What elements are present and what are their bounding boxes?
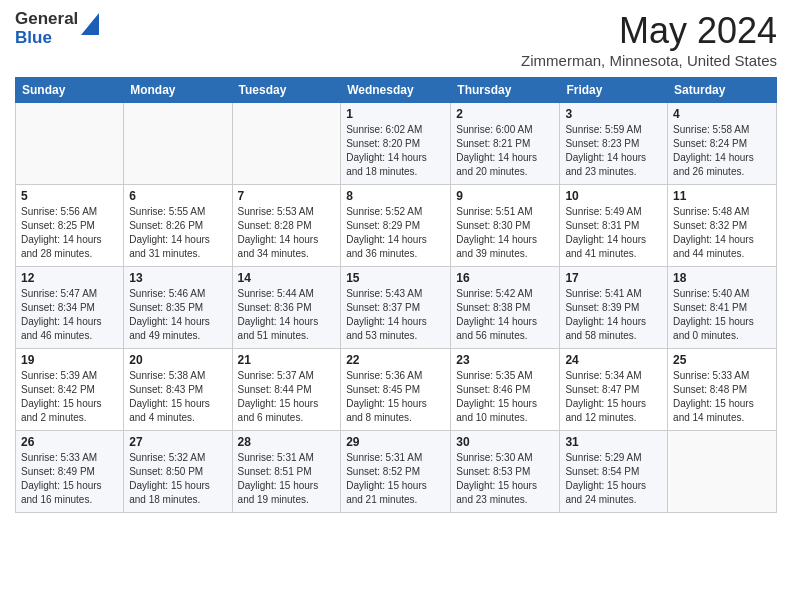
svg-marker-0: [81, 13, 99, 35]
calendar-cell: 20Sunrise: 5:38 AM Sunset: 8:43 PM Dayli…: [124, 349, 232, 431]
day-info: Sunrise: 5:53 AM Sunset: 8:28 PM Dayligh…: [238, 205, 336, 261]
day-number: 13: [129, 271, 226, 285]
day-info: Sunrise: 5:59 AM Sunset: 8:23 PM Dayligh…: [565, 123, 662, 179]
calendar-cell: 24Sunrise: 5:34 AM Sunset: 8:47 PM Dayli…: [560, 349, 668, 431]
calendar-cell: [232, 103, 341, 185]
calendar-cell: 19Sunrise: 5:39 AM Sunset: 8:42 PM Dayli…: [16, 349, 124, 431]
calendar-week-row: 12Sunrise: 5:47 AM Sunset: 8:34 PM Dayli…: [16, 267, 777, 349]
day-number: 11: [673, 189, 771, 203]
calendar-cell: 12Sunrise: 5:47 AM Sunset: 8:34 PM Dayli…: [16, 267, 124, 349]
calendar-header-row: Sunday Monday Tuesday Wednesday Thursday…: [16, 78, 777, 103]
calendar-cell: 30Sunrise: 5:30 AM Sunset: 8:53 PM Dayli…: [451, 431, 560, 513]
logo: General Blue: [15, 10, 99, 47]
day-number: 17: [565, 271, 662, 285]
calendar-cell: 22Sunrise: 5:36 AM Sunset: 8:45 PM Dayli…: [341, 349, 451, 431]
day-info: Sunrise: 5:34 AM Sunset: 8:47 PM Dayligh…: [565, 369, 662, 425]
day-number: 16: [456, 271, 554, 285]
calendar-cell: 25Sunrise: 5:33 AM Sunset: 8:48 PM Dayli…: [668, 349, 777, 431]
calendar-week-row: 19Sunrise: 5:39 AM Sunset: 8:42 PM Dayli…: [16, 349, 777, 431]
day-number: 5: [21, 189, 118, 203]
col-sunday: Sunday: [16, 78, 124, 103]
calendar-cell: 31Sunrise: 5:29 AM Sunset: 8:54 PM Dayli…: [560, 431, 668, 513]
day-number: 3: [565, 107, 662, 121]
calendar-cell: 10Sunrise: 5:49 AM Sunset: 8:31 PM Dayli…: [560, 185, 668, 267]
day-info: Sunrise: 6:02 AM Sunset: 8:20 PM Dayligh…: [346, 123, 445, 179]
calendar-cell: 13Sunrise: 5:46 AM Sunset: 8:35 PM Dayli…: [124, 267, 232, 349]
header: General Blue May 2024 Zimmerman, Minneso…: [15, 10, 777, 69]
day-info: Sunrise: 5:44 AM Sunset: 8:36 PM Dayligh…: [238, 287, 336, 343]
day-number: 8: [346, 189, 445, 203]
calendar-cell: 18Sunrise: 5:40 AM Sunset: 8:41 PM Dayli…: [668, 267, 777, 349]
calendar-cell: 3Sunrise: 5:59 AM Sunset: 8:23 PM Daylig…: [560, 103, 668, 185]
day-info: Sunrise: 6:00 AM Sunset: 8:21 PM Dayligh…: [456, 123, 554, 179]
logo-blue: Blue: [15, 29, 78, 48]
day-number: 14: [238, 271, 336, 285]
title-block: May 2024 Zimmerman, Minnesota, United St…: [521, 10, 777, 69]
day-number: 6: [129, 189, 226, 203]
calendar-cell: 11Sunrise: 5:48 AM Sunset: 8:32 PM Dayli…: [668, 185, 777, 267]
day-number: 7: [238, 189, 336, 203]
day-number: 4: [673, 107, 771, 121]
day-info: Sunrise: 5:56 AM Sunset: 8:25 PM Dayligh…: [21, 205, 118, 261]
month-title: May 2024: [521, 10, 777, 52]
calendar-cell: [668, 431, 777, 513]
calendar-cell: 26Sunrise: 5:33 AM Sunset: 8:49 PM Dayli…: [16, 431, 124, 513]
calendar-cell: 23Sunrise: 5:35 AM Sunset: 8:46 PM Dayli…: [451, 349, 560, 431]
day-info: Sunrise: 5:38 AM Sunset: 8:43 PM Dayligh…: [129, 369, 226, 425]
day-info: Sunrise: 5:47 AM Sunset: 8:34 PM Dayligh…: [21, 287, 118, 343]
day-number: 10: [565, 189, 662, 203]
day-number: 15: [346, 271, 445, 285]
calendar-cell: 17Sunrise: 5:41 AM Sunset: 8:39 PM Dayli…: [560, 267, 668, 349]
calendar-cell: 7Sunrise: 5:53 AM Sunset: 8:28 PM Daylig…: [232, 185, 341, 267]
day-number: 31: [565, 435, 662, 449]
calendar-cell: 6Sunrise: 5:55 AM Sunset: 8:26 PM Daylig…: [124, 185, 232, 267]
calendar-cell: 21Sunrise: 5:37 AM Sunset: 8:44 PM Dayli…: [232, 349, 341, 431]
page: General Blue May 2024 Zimmerman, Minneso…: [0, 0, 792, 612]
day-info: Sunrise: 5:33 AM Sunset: 8:48 PM Dayligh…: [673, 369, 771, 425]
logo-triangle-icon: [81, 13, 99, 35]
day-number: 9: [456, 189, 554, 203]
day-number: 24: [565, 353, 662, 367]
location: Zimmerman, Minnesota, United States: [521, 52, 777, 69]
calendar-cell: 15Sunrise: 5:43 AM Sunset: 8:37 PM Dayli…: [341, 267, 451, 349]
calendar-week-row: 26Sunrise: 5:33 AM Sunset: 8:49 PM Dayli…: [16, 431, 777, 513]
day-number: 1: [346, 107, 445, 121]
day-number: 25: [673, 353, 771, 367]
day-number: 28: [238, 435, 336, 449]
calendar-cell: 9Sunrise: 5:51 AM Sunset: 8:30 PM Daylig…: [451, 185, 560, 267]
day-info: Sunrise: 5:39 AM Sunset: 8:42 PM Dayligh…: [21, 369, 118, 425]
day-number: 21: [238, 353, 336, 367]
calendar-cell: 28Sunrise: 5:31 AM Sunset: 8:51 PM Dayli…: [232, 431, 341, 513]
day-number: 20: [129, 353, 226, 367]
calendar-cell: 16Sunrise: 5:42 AM Sunset: 8:38 PM Dayli…: [451, 267, 560, 349]
day-info: Sunrise: 5:32 AM Sunset: 8:50 PM Dayligh…: [129, 451, 226, 507]
calendar-cell: 5Sunrise: 5:56 AM Sunset: 8:25 PM Daylig…: [16, 185, 124, 267]
day-info: Sunrise: 5:33 AM Sunset: 8:49 PM Dayligh…: [21, 451, 118, 507]
calendar-cell: 14Sunrise: 5:44 AM Sunset: 8:36 PM Dayli…: [232, 267, 341, 349]
day-info: Sunrise: 5:29 AM Sunset: 8:54 PM Dayligh…: [565, 451, 662, 507]
day-info: Sunrise: 5:35 AM Sunset: 8:46 PM Dayligh…: [456, 369, 554, 425]
col-thursday: Thursday: [451, 78, 560, 103]
day-info: Sunrise: 5:48 AM Sunset: 8:32 PM Dayligh…: [673, 205, 771, 261]
day-number: 23: [456, 353, 554, 367]
calendar-cell: 1Sunrise: 6:02 AM Sunset: 8:20 PM Daylig…: [341, 103, 451, 185]
calendar-cell: [16, 103, 124, 185]
day-number: 27: [129, 435, 226, 449]
col-friday: Friday: [560, 78, 668, 103]
col-saturday: Saturday: [668, 78, 777, 103]
logo-block: General Blue: [15, 10, 99, 47]
day-info: Sunrise: 5:46 AM Sunset: 8:35 PM Dayligh…: [129, 287, 226, 343]
calendar-cell: 27Sunrise: 5:32 AM Sunset: 8:50 PM Dayli…: [124, 431, 232, 513]
day-info: Sunrise: 5:43 AM Sunset: 8:37 PM Dayligh…: [346, 287, 445, 343]
col-tuesday: Tuesday: [232, 78, 341, 103]
day-info: Sunrise: 5:30 AM Sunset: 8:53 PM Dayligh…: [456, 451, 554, 507]
day-number: 26: [21, 435, 118, 449]
logo-text-block: General Blue: [15, 10, 78, 47]
calendar-week-row: 5Sunrise: 5:56 AM Sunset: 8:25 PM Daylig…: [16, 185, 777, 267]
calendar-cell: 29Sunrise: 5:31 AM Sunset: 8:52 PM Dayli…: [341, 431, 451, 513]
day-info: Sunrise: 5:42 AM Sunset: 8:38 PM Dayligh…: [456, 287, 554, 343]
calendar-table: Sunday Monday Tuesday Wednesday Thursday…: [15, 77, 777, 513]
calendar-cell: 2Sunrise: 6:00 AM Sunset: 8:21 PM Daylig…: [451, 103, 560, 185]
day-number: 18: [673, 271, 771, 285]
calendar-cell: 8Sunrise: 5:52 AM Sunset: 8:29 PM Daylig…: [341, 185, 451, 267]
